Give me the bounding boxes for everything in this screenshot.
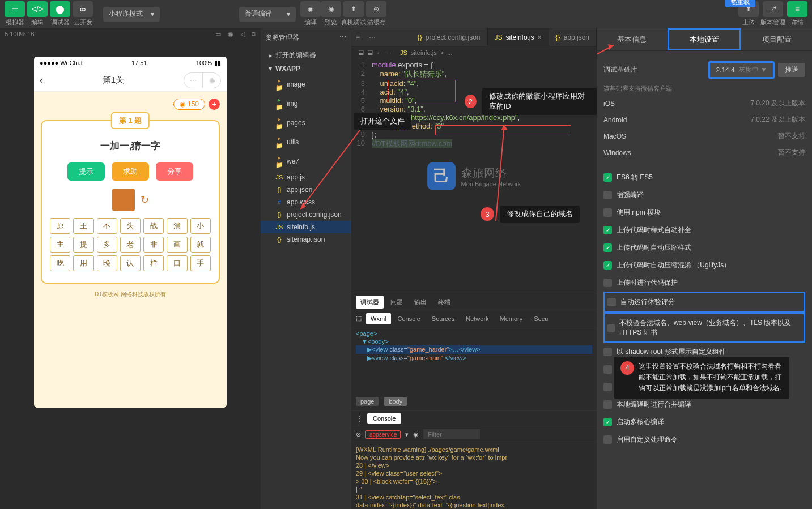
share-button[interactable]: 分享 xyxy=(156,162,193,181)
appservice-context[interactable]: appservice xyxy=(365,430,401,439)
tree-item-image[interactable]: ▸📁image xyxy=(261,75,351,94)
filter-input[interactable] xyxy=(423,429,480,439)
devtool-main-tab[interactable]: Secu xyxy=(529,313,552,324)
char-cell[interactable]: 非 xyxy=(143,237,164,253)
rotate-icon[interactable]: ◉ xyxy=(228,31,233,38)
tree-item-app-wxss[interactable]: #app.wxss xyxy=(261,196,351,208)
version-button[interactable]: ⎇ xyxy=(763,1,783,17)
real-debug-button[interactable]: ⬆ xyxy=(343,1,364,17)
check-3[interactable]: ✓上传代码时样式自动补全 xyxy=(603,221,805,239)
preview-button[interactable]: ◉ xyxy=(321,1,341,17)
char-cell[interactable]: 画 xyxy=(167,237,187,253)
cloud-button[interactable]: ∞ xyxy=(73,1,93,17)
clear-cache-button[interactable]: ⊝ xyxy=(366,1,386,17)
device-icon[interactable]: ▭ xyxy=(215,31,221,38)
tree-item-utils[interactable]: ▸📁utils xyxy=(261,132,351,152)
check-7[interactable]: 自动运行体验评分 xyxy=(603,292,805,313)
check-13[interactable]: ✓启动多核心编译 xyxy=(603,413,805,431)
tab-siteinfo[interactable]: JSsiteinfo.js× xyxy=(488,28,549,46)
debugger-button[interactable]: ⬤ xyxy=(50,1,70,17)
code-area[interactable]: 1module.exports = { 2 name: "队长猜猜乐", 3 u… xyxy=(351,58,597,294)
check-0[interactable]: ✓ES6 转 ES5 xyxy=(603,169,805,186)
devtool-main-tab[interactable]: Memory xyxy=(496,313,528,324)
char-cell[interactable]: 口 xyxy=(167,255,187,271)
tab-basic-info[interactable]: 基本信息 xyxy=(597,28,668,50)
check-6[interactable]: 上传时进行代码保护 xyxy=(603,274,805,292)
char-cell[interactable]: 提 xyxy=(73,237,93,253)
char-cell[interactable]: 多 xyxy=(97,237,117,253)
clear-console-icon[interactable]: ⊘ xyxy=(356,431,361,438)
compile-button[interactable]: ◉ xyxy=(300,1,321,17)
char-cell[interactable]: 王 xyxy=(73,218,93,234)
char-cell[interactable]: 原 xyxy=(50,218,70,234)
close-tab-icon[interactable]: × xyxy=(538,33,542,41)
tree-item-we7[interactable]: ▸📁we7 xyxy=(261,152,351,171)
wxml-tree[interactable]: <page> ▼<body> ▶<view class="game_harder… xyxy=(351,327,597,393)
version-selector[interactable]: 2.14.4灰度中 ▼ xyxy=(708,61,775,79)
check-12[interactable]: 本地编译时进行合并编译 xyxy=(603,396,805,413)
inspect-icon[interactable]: ⬚ xyxy=(356,315,362,322)
mute-icon[interactable]: ◁ xyxy=(240,31,245,38)
char-cell[interactable]: 晚 xyxy=(97,255,117,271)
compile-mode-selector[interactable]: 普通编译▾ xyxy=(239,7,296,22)
devtool-tab[interactable]: 终端 xyxy=(433,296,455,309)
devtool-tab[interactable]: 问题 xyxy=(386,296,407,309)
devtool-tab[interactable]: 调试器 xyxy=(356,296,384,309)
root-folder[interactable]: ▾ WXAPP xyxy=(261,62,351,75)
tab-project-config[interactable]: 项目配置 xyxy=(741,28,812,50)
check-2[interactable]: 使用 npm 模块 xyxy=(603,204,805,221)
devtool-main-tab[interactable]: Sources xyxy=(427,313,459,324)
char-cell[interactable]: 不 xyxy=(97,218,117,234)
tree-item-siteinfo-js[interactable]: JSsiteinfo.js xyxy=(261,221,351,233)
more-icon[interactable]: ⋯ xyxy=(339,33,346,42)
tree-item-app-json[interactable]: {}app.json xyxy=(261,183,351,196)
check-5[interactable]: ✓上传代码时自动压缩混淆 （UglifyJs） xyxy=(603,256,805,274)
menu-icon[interactable]: ⋯ xyxy=(184,73,202,88)
console-menu-icon[interactable]: ⋮ xyxy=(356,414,363,422)
tree-item-img[interactable]: ▸📁img xyxy=(261,94,351,113)
devtool-main-tab[interactable]: Network xyxy=(461,313,493,324)
answer-slot[interactable] xyxy=(112,189,135,211)
char-cell[interactable]: 用 xyxy=(73,255,93,271)
check-1[interactable]: 增强编译 xyxy=(603,186,805,204)
simulator-button[interactable]: ▭ xyxy=(5,1,25,17)
char-cell[interactable]: 手 xyxy=(190,255,211,271)
editor-button[interactable]: </> xyxy=(27,1,48,17)
menu-icon[interactable]: ≡ xyxy=(351,33,364,41)
char-cell[interactable]: 样 xyxy=(143,255,164,271)
add-score-button[interactable]: + xyxy=(209,99,220,110)
char-cell[interactable]: 老 xyxy=(120,237,141,253)
tab-project-config[interactable]: {}project.config.json xyxy=(411,28,488,46)
cut-icon[interactable]: ⧉ xyxy=(252,31,256,38)
char-cell[interactable]: 战 xyxy=(143,218,164,234)
eye-icon[interactable]: ◉ xyxy=(413,431,419,438)
char-cell[interactable]: 头 xyxy=(120,218,141,234)
char-cell[interactable]: 主 xyxy=(50,237,70,253)
devtool-main-tab[interactable]: Wxml xyxy=(366,313,391,324)
char-cell[interactable]: 消 xyxy=(167,218,187,234)
detail-button[interactable]: ≡ xyxy=(787,1,807,17)
console-tab[interactable]: Console xyxy=(367,413,401,424)
tab-local-settings[interactable]: 本地设置 xyxy=(668,28,742,50)
check-4[interactable]: ✓上传代码时自动压缩样式 xyxy=(603,239,805,256)
char-cell[interactable]: 就 xyxy=(190,237,211,253)
tab-app-json[interactable]: {}app.json xyxy=(549,28,597,46)
char-cell[interactable]: 认 xyxy=(120,255,141,271)
hint-button[interactable]: 提示 xyxy=(67,162,105,181)
tree-item-app-js[interactable]: JSapp.js xyxy=(261,171,351,183)
close-icon[interactable]: ◉ xyxy=(202,73,220,88)
check-8[interactable]: 不校验合法域名、web-view（业务域名）、TLS 版本以及 HTTPS 证书 xyxy=(603,313,805,343)
tree-item-pages[interactable]: ▸📁pages xyxy=(261,113,351,132)
devtool-main-tab[interactable]: Console xyxy=(393,313,425,324)
refresh-icon[interactable]: ↻ xyxy=(141,194,149,206)
push-button[interactable]: 推送 xyxy=(778,63,805,77)
char-cell[interactable]: 吃 xyxy=(50,255,70,271)
tree-item-project-config-json[interactable]: {}project.config.json xyxy=(261,208,351,221)
mode-selector[interactable]: 小程序模式▾ xyxy=(103,7,160,22)
char-cell[interactable]: 小 xyxy=(190,218,211,234)
tree-item-sitemap-json[interactable]: {}sitemap.json xyxy=(261,233,351,246)
console-output[interactable]: [WXML Runtime warning] ./pages/game/game… xyxy=(351,443,597,510)
help-button[interactable]: 求助 xyxy=(112,162,149,181)
check-14[interactable]: 启用自定义处理命令 xyxy=(603,431,805,448)
devtool-tab[interactable]: 输出 xyxy=(410,296,431,309)
